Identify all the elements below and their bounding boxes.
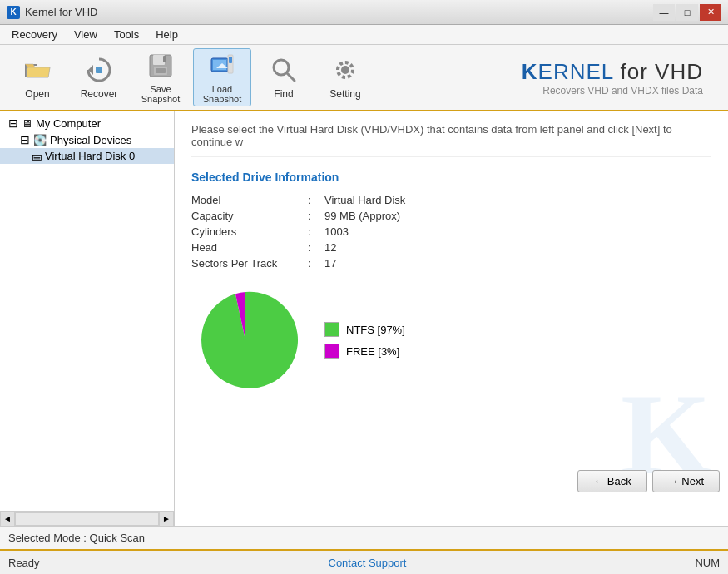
window-title: Kernel for VHD — [25, 6, 97, 18]
drive-info-row-capacity: Capacity : 99 MB (Approx) — [191, 210, 711, 222]
recover-button[interactable]: Recover — [70, 48, 128, 106]
drive-info-row-head: Head : 12 — [191, 241, 711, 254]
legend-ntfs: NTFS [97%] — [324, 322, 405, 337]
logo-brand: KERNEL for VHD — [522, 59, 703, 85]
status-num: NUM — [695, 557, 720, 569]
left-scrollbar[interactable]: ◄ ► — [0, 511, 174, 526]
close-button[interactable]: ✕ — [700, 4, 721, 21]
drive-info-table: Model : Virtual Hard Disk Capacity : 99 … — [191, 194, 711, 270]
open-icon — [22, 55, 52, 85]
setting-button[interactable]: Setting — [316, 48, 374, 106]
tree-item-vhd0[interactable]: 🖴 Virtual Hard Disk 0 — [0, 148, 174, 164]
expand-icon: ⊟ — [8, 116, 18, 130]
next-button[interactable]: → Next — [652, 470, 720, 492]
pie-chart — [191, 286, 300, 394]
window-controls: — □ ✕ — [653, 4, 721, 21]
svg-rect-10 — [213, 60, 226, 70]
computer-icon: 🖥 — [22, 117, 32, 130]
left-panel: ⊟ 🖥 My Computer ⊟ 💽 Physical Devices 🖴 V… — [0, 111, 175, 526]
title-bar: K Kernel for VHD — □ ✕ — [0, 0, 728, 25]
logo-tagline: Recovers VHD and VHDX files Data — [522, 85, 703, 96]
menu-item-help[interactable]: Help — [147, 27, 186, 42]
menu-item-tools[interactable]: Tools — [106, 27, 147, 42]
back-button[interactable]: ← Back — [577, 470, 647, 492]
minimize-button[interactable]: — — [653, 4, 675, 21]
nav-buttons: ← Back → Next — [577, 470, 720, 492]
expand-icon-pd: ⊟ — [20, 133, 30, 146]
menu-bar: Recovery View Tools Help — [0, 25, 728, 45]
legend-free: FREE [3%] — [324, 344, 405, 359]
status-bar: Ready Contact Support NUM — [0, 549, 728, 574]
chart-legend: NTFS [97%] FREE [3%] — [324, 322, 405, 359]
status-ready: Ready — [8, 557, 40, 569]
save-snapshot-icon — [146, 51, 176, 81]
app-icon: K — [7, 6, 20, 19]
find-button[interactable]: Find — [255, 48, 313, 106]
svg-rect-1 — [25, 64, 27, 77]
toolbar: Open Recover Save Snapshot — [0, 45, 728, 111]
devices-icon: 💽 — [33, 134, 47, 146]
instruction-text: Please select the Virtual Hard Disk (VHD… — [191, 123, 711, 157]
drive-info-row-model: Model : Virtual Hard Disk — [191, 194, 711, 206]
legend-ntfs-color — [324, 322, 339, 337]
svg-point-16 — [341, 66, 349, 74]
selected-mode-text: Selected Mode : Quick Scan — [8, 532, 145, 544]
drive-info-row-cylinders: Cylinders : 1003 — [191, 225, 711, 238]
svg-rect-13 — [229, 57, 232, 63]
open-button[interactable]: Open — [8, 48, 67, 106]
find-icon — [269, 55, 299, 85]
menu-item-recovery[interactable]: Recovery — [3, 27, 66, 42]
section-title: Selected Drive Information — [191, 171, 711, 184]
scroll-track[interactable] — [15, 512, 159, 526]
drive-info-row-sectors: Sectors Per Track : 17 — [191, 257, 711, 270]
tree-area[interactable]: ⊟ 🖥 My Computer ⊟ 💽 Physical Devices 🖴 V… — [0, 111, 174, 511]
tree-item-my-computer[interactable]: ⊟ 🖥 My Computer — [0, 115, 174, 131]
tree-item-physical-devices[interactable]: ⊟ 💽 Physical Devices — [0, 131, 174, 148]
contact-support-link[interactable]: Contact Support — [329, 557, 407, 569]
menu-item-view[interactable]: View — [66, 27, 106, 42]
load-snapshot-icon — [207, 51, 237, 81]
maximize-button[interactable]: □ — [676, 4, 698, 21]
selected-mode-bar: Selected Mode : Quick Scan — [0, 526, 728, 549]
svg-line-15 — [287, 73, 295, 81]
load-snapshot-button[interactable]: Load Snapshot — [193, 48, 251, 106]
svg-rect-5 — [153, 55, 165, 65]
save-snapshot-button[interactable]: Save Snapshot — [131, 48, 190, 106]
svg-rect-3 — [96, 67, 102, 73]
scroll-left-arrow[interactable]: ◄ — [0, 512, 15, 527]
logo-area: KERNEL for VHD Recovers VHD and VHDX fil… — [522, 59, 720, 96]
recover-icon — [84, 55, 114, 85]
right-content: Please select the Virtual Hard Disk (VHD… — [175, 111, 728, 526]
main-area: ⊟ 🖥 My Computer ⊟ 💽 Physical Devices 🖴 V… — [0, 111, 728, 526]
chart-area: NTFS [97%] FREE [3%] — [191, 286, 711, 394]
svg-rect-8 — [163, 56, 166, 62]
setting-icon — [330, 55, 360, 85]
svg-rect-7 — [156, 68, 166, 73]
scroll-right-arrow[interactable]: ► — [159, 512, 174, 527]
legend-free-color — [324, 344, 339, 359]
vhd-icon: 🖴 — [32, 151, 42, 162]
